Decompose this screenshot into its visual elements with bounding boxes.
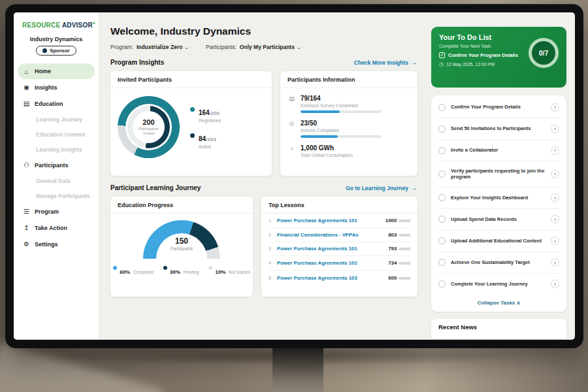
lesson-title-link[interactable]: Financial Considerations - VPPAs [277,232,388,238]
todo-panel: Your To Do List Complete Your Next Task:… [426,12,575,340]
task-row[interactable]: Send 50 Invitations to Participants › [438,118,559,140]
legend-dot [190,133,195,138]
stat-value: 1,000 GWh [301,144,353,152]
sidebar-item-general-data[interactable]: General Data [14,173,99,188]
lesson-title-link[interactable]: Power Purchase Agreements 101 [277,246,388,252]
participants-information-card: Participants Information ▤ 79/164 Emissi… [280,71,417,176]
program-filter-value[interactable]: Industrialize Zero [137,44,182,50]
lesson-views: 1000 [385,218,397,223]
todo-next-task[interactable]: ✓ Confirm Your Program Details [439,52,526,58]
todo-due-text: 12 May 2025, 12:00 PM [446,62,495,67]
task-label: Explore Your Insights Dashboard [451,195,546,201]
task-row[interactable]: Upload Additional Educational Content › [438,231,559,252]
legend-label: Active [199,144,216,149]
lesson-views-word: views [399,261,410,265]
stat-value: 23/50 [301,120,382,127]
task-row[interactable]: Complete Your Learning Journey › [438,274,559,295]
sidebar-item-label: Take Action [35,225,67,231]
task-label: Verify participants requesting to join t… [451,168,546,181]
learning-cards-row: Education Progress 150 Participants [110,197,417,297]
task-row[interactable]: Upload Spend Data Records › [438,209,559,231]
chevron-right-icon[interactable]: › [551,237,559,245]
chevron-right-icon[interactable]: › [551,170,559,178]
task-row[interactable]: Achieve One Sustainability Target › [438,252,559,274]
task-row[interactable]: Explore Your Insights Dashboard › [438,188,559,209]
legend-total: /200 [210,110,220,116]
task-checkbox[interactable] [438,194,446,201]
lesson-row: 4 Power Purchase Agreements 102 734 view… [269,256,410,270]
chevron-right-icon[interactable]: › [551,103,559,112]
task-label: Complete Your Learning Journey [451,281,546,287]
checkbox-icon[interactable]: ✓ [439,52,445,58]
legend-value: 84 [199,135,206,142]
sponsor-badge[interactable]: Sponsor [36,46,76,56]
sidebar-item-learning-insights[interactable]: Learning Insights [14,142,99,157]
lesson-title-link[interactable]: Power Purchase Agreements 101 [277,218,385,223]
task-checkbox[interactable] [438,147,446,154]
progress-fill [301,135,338,138]
legend-item-registered: 164/200 Registered [190,106,221,123]
link-label: Check More Insights [354,59,408,66]
sidebar-item-take-action[interactable]: ↥ Take Action [14,220,99,236]
sidebar-item-education[interactable]: ▤ Education [14,95,99,112]
task-checkbox[interactable] [438,171,446,178]
task-checkbox[interactable] [438,259,446,266]
lesson-views-word: views [399,246,410,251]
task-checkbox[interactable] [438,237,446,244]
go-to-learning-journey-link[interactable]: Go to Learning Journey → [346,185,417,191]
task-row[interactable]: Confirm Your Program Details › [438,97,559,118]
chevron-right-icon[interactable]: › [551,258,559,267]
lesson-views: 793 [388,246,397,252]
participants-filter-label: Participants: [206,44,237,50]
legend-total: /164 [206,137,216,142]
sidebar-item-manage-participants[interactable]: Manage Participants [14,188,99,203]
lesson-views: 600 [388,275,397,281]
task-checkbox[interactable] [438,104,446,111]
sidebar-item-home[interactable]: ⌂ Home [18,63,95,79]
chevron-right-icon[interactable]: › [551,146,559,155]
sidebar-nav: ⌂ Home ◉ Insights ▤ Education Learning J… [14,63,99,252]
chevron-right-icon[interactable]: › [551,280,559,288]
sidebar-item-program[interactable]: ☰ Program [14,203,99,220]
task-checkbox[interactable] [438,280,446,287]
stats-list: ▤ 79/164 Emission Survey Completed [280,88,417,157]
legend-item-pending: 30% Pending [163,265,199,276]
settings-icon: ⚙ [23,240,30,248]
lesson-views: 734 [388,260,397,266]
task-row[interactable]: Verify participants requesting to join t… [438,161,559,188]
education-gauge-chart: 150 Participants [143,220,220,259]
arrow-right-icon: → [412,59,417,66]
participants-filter-value[interactable]: Only My Participants [240,44,295,50]
gauge-area: 150 Participants 60% Completed [110,214,253,276]
recent-news-card: Recent News [431,319,566,338]
sidebar-item-participants[interactable]: ⚇ Participants [14,157,99,173]
todo-due: ◷ 12 May 2025, 12:00 PM [439,61,526,67]
education-icon: ▤ [23,100,30,107]
chevron-right-icon[interactable]: › [551,193,559,202]
collapse-tasks-link[interactable]: Collapse Tasks ∧ [438,295,559,309]
chevron-down-icon[interactable]: ⌄ [297,44,301,50]
lesson-rank: 1 [269,218,277,223]
chevron-right-icon[interactable]: › [551,125,559,133]
progress-bar [301,110,382,113]
sidebar-item-education-content[interactable]: Education Content [14,127,99,142]
sidebar-item-learning-journey[interactable]: Learning Journey [14,112,99,127]
task-checkbox[interactable] [438,125,446,133]
insights-icon: ◉ [23,84,30,91]
task-row[interactable]: Invite a Collaborator › [438,140,559,161]
chevron-right-icon[interactable]: › [551,215,559,223]
stat-label: Emission Survey Completed [301,103,382,108]
collapse-label: Collapse Tasks [478,300,515,306]
legend-item-completed: 60% Completed [113,265,154,276]
lesson-title-link[interactable]: Power Purchase Agreements 102 [277,260,388,266]
lesson-title-link[interactable]: Power Purchase Agreements 103 [277,275,388,281]
task-checkbox[interactable] [438,216,446,223]
donut-inner-ring: 200 Participants Invited [127,106,170,148]
check-more-insights-link[interactable]: Check More Insights → [354,59,417,66]
chevron-down-icon[interactable]: ⌄ [184,44,189,50]
task-list-card: Confirm Your Program Details › Send 50 I… [431,95,566,312]
sidebar-item-settings[interactable]: ⚙ Settings [14,236,99,252]
sidebar: RESOURCE ADVISOR+ Industry Dynamics Spon… [14,12,99,340]
participants-icon: ⚇ [23,161,30,169]
sidebar-item-insights[interactable]: ◉ Insights [14,79,99,95]
